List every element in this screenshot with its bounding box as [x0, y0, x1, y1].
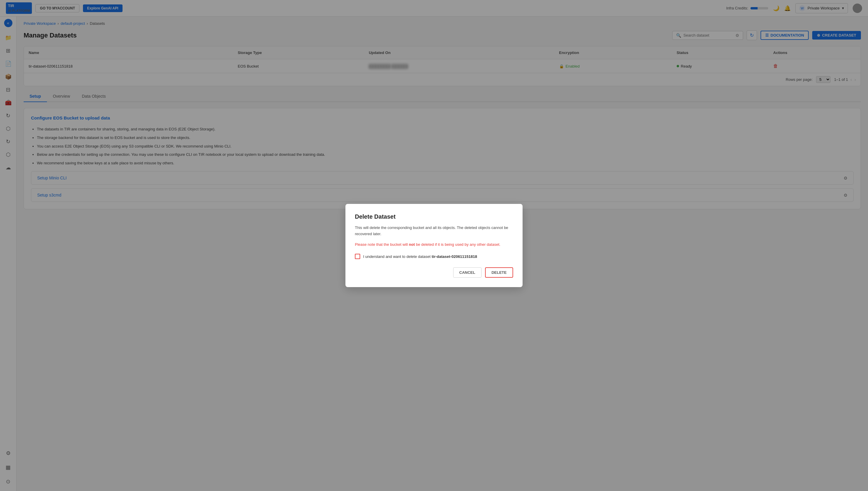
delete-modal: Delete Dataset This will delete the corr… [345, 204, 523, 287]
warning-bold: not [409, 242, 415, 247]
modal-actions: CANCEL DELETE [355, 267, 513, 278]
modal-overlay[interactable]: Delete Dataset This will delete the corr… [0, 0, 868, 491]
checkbox-prefix: I understand and want to delete dataset [363, 254, 431, 259]
delete-button[interactable]: DELETE [485, 267, 513, 278]
modal-checkbox-row: I understand and want to delete dataset … [355, 254, 513, 259]
understand-checkbox[interactable] [355, 254, 360, 259]
modal-warning: Please note that the bucket will not be … [355, 242, 513, 248]
warning-suffix: be deleted if it is being used by any ot… [415, 242, 500, 247]
modal-description: This will delete the corresponding bucke… [355, 225, 513, 237]
cancel-button[interactable]: CANCEL [453, 267, 481, 278]
dataset-name-bold: tir-dataset-020611151818 [431, 254, 477, 259]
modal-title: Delete Dataset [355, 213, 513, 220]
warning-prefix: Please note that the bucket will [355, 242, 409, 247]
checkbox-label: I understand and want to delete dataset … [363, 254, 477, 259]
